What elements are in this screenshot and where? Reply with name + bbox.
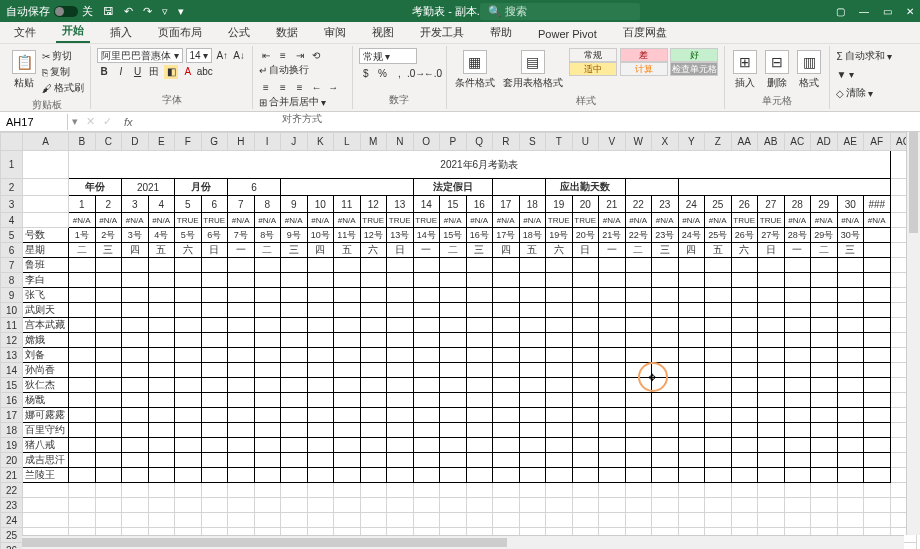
data-cell[interactable] <box>731 288 758 303</box>
data-cell[interactable] <box>307 303 334 318</box>
data-cell[interactable] <box>864 468 891 483</box>
employee-name[interactable]: 武则天 <box>23 303 69 318</box>
data-cell[interactable] <box>519 288 546 303</box>
data-cell[interactable] <box>572 273 599 288</box>
data-cell[interactable]: 19号 <box>546 228 573 243</box>
data-cell[interactable] <box>758 408 785 423</box>
data-cell[interactable] <box>387 468 414 483</box>
data-cell[interactable] <box>281 273 308 288</box>
data-cell[interactable] <box>599 423 626 438</box>
data-cell[interactable] <box>599 453 626 468</box>
row-header[interactable]: 18 <box>1 423 23 438</box>
data-cell[interactable] <box>784 468 811 483</box>
empty-cell[interactable] <box>95 483 122 498</box>
data-cell[interactable] <box>440 453 467 468</box>
data-cell[interactable]: #N/A <box>148 213 175 228</box>
data-cell[interactable] <box>360 378 387 393</box>
data-cell[interactable] <box>811 378 838 393</box>
data-cell[interactable] <box>864 318 891 333</box>
data-cell[interactable] <box>625 363 652 378</box>
empty-cell[interactable] <box>678 498 705 513</box>
data-cell[interactable] <box>466 408 493 423</box>
data-cell[interactable] <box>307 273 334 288</box>
data-cell[interactable] <box>784 273 811 288</box>
col-header[interactable]: AD <box>811 133 838 151</box>
data-cell[interactable] <box>122 288 149 303</box>
empty-cell[interactable] <box>95 513 122 528</box>
data-cell[interactable]: 14号 <box>413 228 440 243</box>
col-header[interactable]: N <box>387 133 414 151</box>
data-cell[interactable] <box>731 348 758 363</box>
fb-confirm-icon[interactable]: ✓ <box>99 115 116 128</box>
data-cell[interactable] <box>864 363 891 378</box>
data-cell[interactable]: #N/A <box>95 213 122 228</box>
cut-button[interactable]: ✂ 剪切 <box>42 48 84 64</box>
holiday-label[interactable]: 法定假日 <box>413 179 493 196</box>
data-cell[interactable] <box>625 258 652 273</box>
data-cell[interactable] <box>413 258 440 273</box>
data-cell[interactable] <box>69 333 96 348</box>
col-header[interactable]: K <box>307 133 334 151</box>
data-cell[interactable] <box>95 438 122 453</box>
data-cell[interactable] <box>652 318 679 333</box>
fb-dropdown-icon[interactable]: ▾ <box>68 115 82 128</box>
data-cell[interactable] <box>360 393 387 408</box>
data-cell[interactable] <box>758 273 785 288</box>
data-cell[interactable] <box>758 348 785 363</box>
empty-cell[interactable] <box>360 483 387 498</box>
data-cell[interactable] <box>228 288 255 303</box>
data-cell[interactable]: 五 <box>148 243 175 258</box>
data-cell[interactable] <box>466 438 493 453</box>
data-cell[interactable] <box>281 318 308 333</box>
data-cell[interactable] <box>334 303 361 318</box>
data-cell[interactable] <box>678 348 705 363</box>
row-header[interactable]: 13 <box>1 348 23 363</box>
col-header[interactable]: R <box>493 133 520 151</box>
data-cell[interactable]: 8号 <box>254 228 281 243</box>
data-cell[interactable] <box>652 393 679 408</box>
data-cell[interactable]: TRUE <box>758 213 785 228</box>
data-cell[interactable]: 19 <box>546 196 573 213</box>
empty-cell[interactable] <box>572 513 599 528</box>
data-cell[interactable] <box>254 363 281 378</box>
data-cell[interactable] <box>546 318 573 333</box>
data-cell[interactable] <box>95 408 122 423</box>
empty-cell[interactable] <box>360 513 387 528</box>
empty-cell[interactable] <box>705 483 732 498</box>
decrease-font-icon[interactable]: A↓ <box>232 48 246 62</box>
data-cell[interactable] <box>69 348 96 363</box>
empty-cell[interactable] <box>731 513 758 528</box>
empty-cell[interactable] <box>519 498 546 513</box>
data-cell[interactable] <box>572 303 599 318</box>
data-cell[interactable]: 三 <box>95 243 122 258</box>
data-cell[interactable] <box>864 438 891 453</box>
data-cell[interactable] <box>837 423 864 438</box>
data-cell[interactable] <box>731 273 758 288</box>
style-normal[interactable]: 常规 <box>569 48 617 62</box>
copy-button[interactable]: ⎘ 复制 <box>42 64 84 80</box>
data-cell[interactable] <box>519 258 546 273</box>
data-cell[interactable]: 13号 <box>387 228 414 243</box>
empty-cell[interactable] <box>652 498 679 513</box>
increase-font-icon[interactable]: A↑ <box>215 48 229 62</box>
data-cell[interactable]: 29号 <box>811 228 838 243</box>
data-cell[interactable] <box>625 393 652 408</box>
data-cell[interactable] <box>519 378 546 393</box>
data-cell[interactable]: #N/A <box>784 213 811 228</box>
employee-name[interactable]: 杨戬 <box>23 393 69 408</box>
tab-插入[interactable]: 插入 <box>104 22 138 43</box>
data-cell[interactable] <box>201 303 228 318</box>
data-cell[interactable] <box>705 258 732 273</box>
merge-button[interactable]: ⊞ 合并后居中 ▾ <box>259 94 346 110</box>
data-cell[interactable] <box>625 378 652 393</box>
data-cell[interactable] <box>175 273 202 288</box>
data-cell[interactable] <box>175 288 202 303</box>
data-cell[interactable] <box>758 318 785 333</box>
col-header[interactable]: A <box>23 133 69 151</box>
month-label[interactable]: 月份 <box>175 179 228 196</box>
fb-cancel-icon[interactable]: ✕ <box>82 115 99 128</box>
data-cell[interactable] <box>864 378 891 393</box>
data-cell[interactable] <box>413 438 440 453</box>
data-cell[interactable] <box>122 318 149 333</box>
data-cell[interactable] <box>228 363 255 378</box>
